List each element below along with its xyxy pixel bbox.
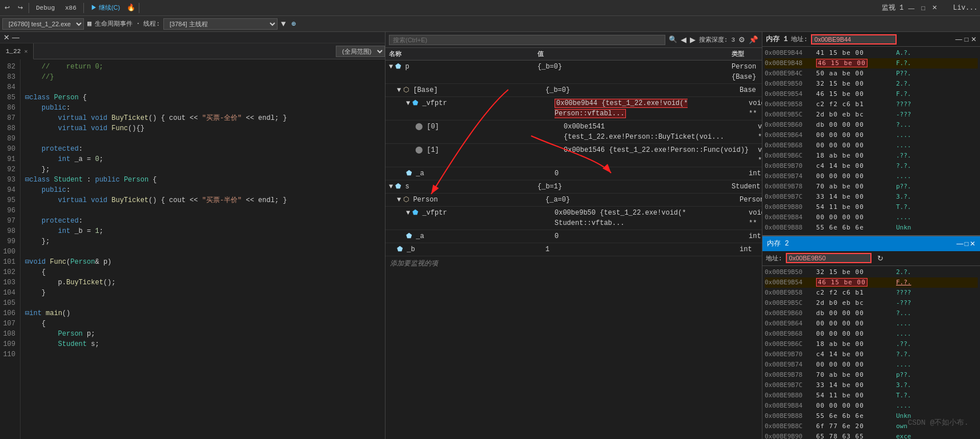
watch-row-a1[interactable]: ⬟ _a 0 int xyxy=(385,167,762,180)
watch-row-a2[interactable]: ⬟ _a 0 int xyxy=(385,230,762,243)
mem1-header-btns: — □ ✕ xyxy=(955,35,977,43)
code-tab-active[interactable]: 1_22 ✕ xyxy=(0,43,34,59)
mem1-addr-label: 地址: xyxy=(791,35,808,43)
mem-row: 0x00BE9B58 c2 f2 c6 b1 ???? xyxy=(765,99,978,110)
search-input[interactable] xyxy=(389,35,665,45)
undo-button[interactable]: ↩ xyxy=(2,3,12,13)
toolbar-right: 监视 1 — □ ✕ Liv... xyxy=(882,3,978,13)
watch-row-vfptr2[interactable]: ▼⬟ _vfptr 0x00be9b50 {test_1_22.exe!void… xyxy=(385,207,762,230)
mem1-header: 内存 1 地址: — □ ✕ xyxy=(762,32,980,47)
mem2-btns: — □ ✕ xyxy=(957,240,975,248)
arch-label: x86 xyxy=(62,5,80,11)
mem2-max[interactable]: □ xyxy=(965,240,969,248)
close-tab-icon[interactable]: ✕ xyxy=(24,48,27,55)
pin-icon[interactable]: 📌 xyxy=(749,35,758,44)
search-depth-label: 搜索深度: xyxy=(699,35,728,44)
type-a2: int xyxy=(749,231,761,241)
thread-selector[interactable]: [3784] 主线程 xyxy=(163,18,278,30)
watch-row-1[interactable]: ⬤ [1] 0x00be1546 {test_1_22.exe!Person::… xyxy=(385,144,762,167)
type-a1: int xyxy=(749,168,761,179)
code-pane-bar: ✕ — xyxy=(0,32,385,43)
mem-row: 0x00BE9B80 54 11 be 00 T.?. xyxy=(765,390,978,401)
mem-row: 0x00BE9B78 70 ab be 00 p??. xyxy=(765,370,978,380)
val-a2: 0 xyxy=(555,231,749,241)
jump-icon[interactable]: ⊕ xyxy=(291,19,296,29)
mem1-title: 内存 1 xyxy=(766,34,788,44)
mem2-addr-label: 地址: xyxy=(766,254,782,263)
col-name-header: 名称 xyxy=(389,50,537,58)
watch-icon-p: ⬟ xyxy=(395,63,401,71)
mem-row: 0x00BE9B78 70 ab be 00 p??. xyxy=(765,182,978,192)
mem-row: 0x00BE9B54 46 15 be 00 F.?. xyxy=(765,89,978,99)
code-content[interactable]: // return 0; //} ⊟class Person { public:… xyxy=(21,59,385,439)
mem-row: 0x00BE9B84 00 00 00 00 .... xyxy=(765,212,978,223)
right-panel: 内存 1 地址: — □ ✕ 0x00BE9B44 41 15 be 00 A.… xyxy=(762,32,980,439)
col-value-header: 值 xyxy=(537,50,732,58)
thread-separator: · xyxy=(136,20,140,28)
mem1-close[interactable]: ✕ xyxy=(971,35,977,43)
close-monitor[interactable]: ✕ xyxy=(930,3,939,13)
mem2-title-bar: 内存 2 — □ ✕ xyxy=(762,236,980,251)
mem2-refresh[interactable]: ↻ xyxy=(877,254,883,263)
mem2-addr-input[interactable] xyxy=(786,253,871,263)
type-vfptr2: void ** xyxy=(749,208,762,228)
thread-label: 线程: xyxy=(143,19,160,28)
maximize-monitor[interactable]: □ xyxy=(919,3,927,13)
mem2-close[interactable]: ✕ xyxy=(970,240,975,248)
code-min[interactable]: — xyxy=(11,33,21,42)
watermark: CSDN @不如小布. xyxy=(907,417,969,428)
mem-row: 0x00BE9B68 00 00 00 00 .... xyxy=(765,140,978,151)
mem-row: 0x00BE9B58 c2 f2 c6 b1 ???? xyxy=(765,288,978,298)
main-area: ✕ — 1_22 ✕ (全局范围) 82838485 86878889 9091… xyxy=(0,32,980,439)
mem-row: 0x00BE9B4C 50 aa be 00 P??. xyxy=(765,69,978,79)
code-pane: ✕ — 1_22 ✕ (全局范围) 82838485 86878889 9091… xyxy=(0,32,385,439)
sep1 xyxy=(29,3,29,13)
val-0: 0x00be1541 {test_1_22.exe!Person::BuyTic… xyxy=(564,122,758,142)
mem1-max[interactable]: □ xyxy=(965,35,969,43)
expand-arrow-p[interactable]: ▼ xyxy=(389,63,393,71)
mem-row: 0x00BE9B90 65 78 63 65 exce xyxy=(765,432,978,440)
watch-row-p[interactable]: ▼⬟ p {_b=0} Person {Base} xyxy=(385,61,762,84)
minimize-monitor[interactable]: — xyxy=(906,3,917,13)
mem2-min[interactable]: — xyxy=(957,240,963,248)
type-s: Student xyxy=(732,182,760,192)
watch-row-s[interactable]: ▼⬟ s {_b=1} Student xyxy=(385,180,762,194)
code-close[interactable]: ✕ xyxy=(2,33,11,42)
mem-row: 0x00BE9B5C 2d b0 eb bc -??? xyxy=(765,298,978,308)
redo-button[interactable]: ↪ xyxy=(15,3,25,13)
val-1: 0x00be1546 {test_1_22.exe!Person::Func(v… xyxy=(564,145,758,166)
watch-row-vfptr[interactable]: ▼⬟ _vfptr 0x00be9b44 {test_1_22.exe!void… xyxy=(385,97,762,120)
mem1-addr-input[interactable] xyxy=(811,34,897,45)
process-selector[interactable]: [26780] test_1_22.exe xyxy=(2,18,84,30)
val-s: {_b=1} xyxy=(537,182,732,192)
mem-row: 0x00BE9B5C 2d b0 eb bc -??? xyxy=(765,110,978,120)
mem-row: 0x00BE9B74 00 00 00 00 .... xyxy=(765,171,978,182)
continue-button[interactable]: ▶ 继续(C) xyxy=(87,2,123,13)
val-base: {_b=0} xyxy=(545,85,740,95)
watch-row-person[interactable]: ▼⬡ Person {_a=0} Person xyxy=(385,194,762,207)
add-watch-row[interactable]: 添加要监视的项 xyxy=(385,256,762,271)
sep3 xyxy=(139,3,139,13)
watch-row-base[interactable]: ▼⬡ [Base] {_b=0} Base xyxy=(385,84,762,97)
search-next[interactable]: ▶ xyxy=(690,35,696,44)
watch-row-0[interactable]: ⬤ [0] 0x00be1541 {test_1_22.exe!Person::… xyxy=(385,120,762,144)
mem2-title: 内存 2 xyxy=(767,239,789,248)
mem2-body: 0x00BE9B50 32 15 be 00 2.?. 0x00BE9B54 4… xyxy=(762,266,980,440)
mem2-pane: 内存 2 — □ ✕ 地址: ↻ 0x00BE9B50 32 15 be 00 … xyxy=(762,236,980,440)
val-vfptr2: 0x00be9b50 {test_1_22.exe!void(* Student… xyxy=(555,208,749,228)
type-p: Person {Base} xyxy=(732,62,758,82)
mem1-body: 0x00BE9B44 41 15 be 00 A.?. 0x00BE9B48 4… xyxy=(762,47,980,235)
mem-row: 0x00BE9B50 32 15 be 00 2.?. xyxy=(765,79,978,89)
watch-table: ▼⬟ p {_b=0} Person {Base} ▼⬡ [Base] {_b=… xyxy=(385,61,762,439)
mem1-min[interactable]: — xyxy=(955,35,962,43)
search-prev[interactable]: ◀ xyxy=(681,35,686,44)
mem-row-hl: 0x00BE9B48 46 15 be 00 F.?. xyxy=(765,58,978,69)
watch-row-b[interactable]: ⬟ _b 1 int xyxy=(385,243,762,256)
flame-icon: 🔥 xyxy=(127,3,135,12)
settings-icon[interactable]: ⚙ xyxy=(738,35,745,44)
debug-toolbar: [26780] test_1_22.exe ▦ 生命周期事件 · 线程: [37… xyxy=(0,16,980,32)
scope-dropdown[interactable]: (全局范围) xyxy=(336,46,385,57)
monitor-title: 监视 1 xyxy=(882,3,903,13)
filter-icon[interactable]: ▼ xyxy=(281,19,286,29)
type-0: void * xyxy=(758,122,762,142)
